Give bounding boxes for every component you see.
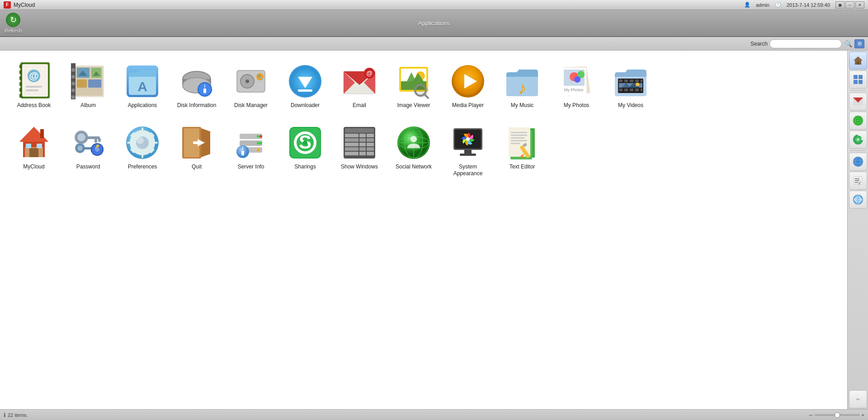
svg-rect-169 [464, 150, 472, 154]
app-item-album[interactable]: Album [63, 60, 113, 112]
app-item-system-appearance[interactable]: System Appearance [443, 121, 493, 180]
app-item-show-windows[interactable]: Show Windows [335, 121, 384, 173]
svg-rect-151 [345, 143, 359, 146]
app-item-downloader[interactable]: Downloader [280, 60, 330, 112]
text-editor-icon [504, 125, 540, 161]
svg-point-166 [410, 136, 417, 142]
app-item-media-player[interactable]: Media Player [443, 60, 493, 112]
app-item-applications[interactable]: A Applications [118, 60, 167, 112]
refresh-label: Refresh [5, 28, 22, 33]
sidebar-item-email[interactable] [849, 93, 867, 111]
password-icon: 🔑 [70, 125, 106, 161]
app-item-disk-manager[interactable]: 🔧 Disk Manager [226, 60, 276, 112]
svg-point-19 [71, 95, 75, 99]
quit-label: Quit [192, 163, 202, 170]
show-windows-icon [341, 125, 377, 161]
titlebar: F MyCloud 👤 admin 🕐 2013-7-14 12:59:40 ▣… [0, 0, 868, 10]
mycloud-label: MyCloud [23, 163, 44, 170]
app-item-image-viewer[interactable]: Image Viewer [389, 60, 439, 112]
searchbar: Search 🔍 ⊞ [0, 37, 868, 51]
sidebar-item-browser[interactable] [849, 191, 867, 209]
datetime-label: 2013-7-14 12:59:40 [787, 2, 830, 8]
my-videos-label: My Videos [618, 102, 643, 108]
svg-rect-101 [94, 138, 97, 143]
svg-text:i: i [204, 84, 206, 89]
email-icon: @ [341, 63, 377, 99]
sharings-label: Sharings [294, 163, 316, 170]
svg-point-172 [466, 137, 470, 141]
svg-point-114 [137, 137, 144, 144]
minimize-btn[interactable]: ─ [845, 1, 854, 9]
svg-point-18 [71, 89, 75, 92]
view-toggle-button[interactable]: ⊞ [854, 39, 864, 48]
search-button[interactable]: 🔍 [844, 39, 853, 48]
app-item-address-book[interactable]: @ Address Book [9, 60, 59, 112]
svg-rect-157 [345, 152, 359, 155]
email-label: Email [353, 102, 366, 108]
media-player-label: Media Player [452, 102, 484, 108]
svg-text:A: A [137, 79, 147, 94]
sidebar-item-globe[interactable] [849, 153, 867, 171]
svg-rect-94 [29, 148, 38, 157]
network-icon [853, 115, 863, 126]
app-item-disk-information[interactable]: i Disk Information [172, 60, 222, 112]
sidebar-item-grid[interactable] [849, 70, 867, 89]
svg-rect-187 [859, 75, 863, 79]
svg-rect-149 [359, 138, 366, 142]
app-item-my-photos[interactable]: My Photos My Photos [552, 60, 601, 112]
refresh-button[interactable]: ↻ Refresh [5, 13, 22, 33]
disk-information-label: Disk Information [177, 102, 217, 108]
svg-rect-118 [152, 142, 158, 144]
app-row-1: @ Address Book [9, 60, 838, 112]
titlebar-controls[interactable]: ▣ ─ ✕ [835, 1, 864, 9]
svg-rect-137 [241, 151, 244, 155]
app-item-email[interactable]: @ Email [335, 60, 384, 112]
titlebar-right: 👤 admin 🕐 2013-7-14 12:59:40 ▣ ─ ✕ [744, 1, 864, 9]
svg-rect-189 [859, 80, 863, 84]
app-item-server-info[interactable]: i Server Info [226, 121, 276, 173]
app-rows: @ Address Book [9, 60, 838, 180]
app-item-text-editor[interactable]: Text Editor [497, 121, 547, 173]
monitor-btn[interactable]: ▣ [835, 1, 844, 9]
sidebar-item-scan[interactable] [849, 131, 867, 149]
svg-rect-10 [26, 86, 42, 88]
app-item-my-videos[interactable]: My Videos [606, 60, 656, 112]
app-item-quit[interactable]: Quit [172, 121, 222, 173]
disk-information-icon: i [179, 63, 215, 99]
app-grid: @ Address Book [0, 51, 847, 409]
app-item-password[interactable]: 🔑 Password [63, 121, 113, 173]
svg-rect-180 [511, 143, 520, 144]
svg-rect-81 [641, 79, 642, 82]
sidebar-item-home[interactable] [849, 51, 867, 70]
disk-manager-icon: 🔧 [233, 63, 269, 99]
sidebar-resize-handle[interactable]: ✏ [849, 390, 867, 408]
sidebar-item-edit[interactable] [849, 172, 867, 190]
svg-rect-96 [37, 144, 42, 148]
app-item-preferences[interactable]: Preferences [118, 121, 167, 173]
search-input[interactable] [769, 39, 842, 48]
svg-rect-179 [511, 140, 527, 141]
app-item-my-music[interactable]: ♪ My Music [497, 60, 547, 112]
home-icon [853, 55, 863, 66]
status-text: 22 items. [8, 412, 28, 418]
svg-rect-153 [367, 143, 374, 146]
close-btn[interactable]: ✕ [855, 1, 864, 9]
svg-point-110 [95, 147, 99, 152]
zoom-slider[interactable] [815, 414, 860, 416]
svg-point-74 [574, 76, 580, 83]
edit-icon [853, 175, 863, 186]
app-item-mycloud[interactable]: MyCloud [9, 121, 59, 173]
app-item-sharings[interactable]: S Sharings [280, 121, 330, 173]
svg-rect-206 [855, 180, 859, 181]
svg-point-199 [857, 138, 859, 141]
svg-rect-126 [193, 141, 199, 144]
svg-rect-156 [367, 147, 374, 151]
sidebar-item-network[interactable] [849, 112, 867, 130]
app-item-social-network[interactable]: Social Network [389, 121, 439, 173]
svg-text:♪: ♪ [518, 79, 527, 98]
applications-label: Applications [128, 102, 157, 108]
address-book-icon: @ [16, 63, 52, 99]
svg-rect-178 [511, 137, 524, 139]
user-label: admin [756, 2, 769, 8]
server-info-icon: i [233, 125, 269, 161]
